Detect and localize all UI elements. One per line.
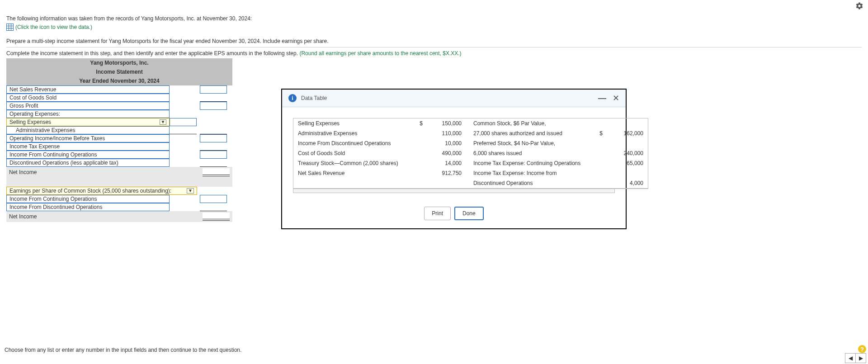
val-tax-exp[interactable] (200, 142, 227, 151)
scroll-track[interactable] (293, 189, 615, 193)
row-selling-exp[interactable]: Selling Expenses▼ (6, 118, 170, 126)
val-disc-ops[interactable] (200, 159, 227, 167)
dropdown-arrow-icon[interactable]: ▼ (187, 188, 194, 194)
val-cogs[interactable] (200, 94, 227, 102)
row-op-income[interactable]: Operating Income/Income Before Taxes (6, 134, 170, 142)
val-admin-exp-1[interactable] (170, 126, 197, 134)
row-admin-exp[interactable]: Administrative Expenses (6, 126, 170, 134)
row-eps-disc[interactable]: Income From Discontinued Operations (6, 203, 170, 211)
val-gross-profit[interactable] (200, 102, 227, 110)
row-disc-ops[interactable]: Discontinued Operations (less applicable… (6, 159, 170, 167)
row-cont-ops[interactable]: Income From Continuing Operations (6, 151, 170, 159)
row-gross-profit[interactable]: Gross Profit (6, 102, 170, 110)
val-eps-disc[interactable] (200, 203, 227, 211)
modal-title: Data Table (301, 95, 327, 101)
stmt-title-3: Year Ended November 30, 2024 (6, 76, 232, 85)
table-row: Income From Discontinued Operations10,00… (293, 138, 648, 148)
table-row: Treasury Stock—Common (2,000 shares)14,0… (293, 158, 648, 168)
view-data-link[interactable]: (Click the icon to view the data.) (6, 24, 862, 31)
table-icon (6, 24, 14, 31)
val-op-income[interactable] (200, 134, 227, 142)
val-admin-exp-2[interactable] (200, 126, 227, 134)
row-tax-exp[interactable]: Income Tax Expense (6, 142, 170, 151)
table-row: Selling Expenses$150,000Common Stock, $6… (293, 118, 648, 128)
table-row: Administrative Expenses110,00027,000 sha… (293, 128, 648, 138)
row-net-income-1: Net Income (6, 167, 170, 178)
data-table-modal: i Data Table ― ✕ Selling Expenses$150,00… (281, 89, 627, 229)
minimize-icon[interactable]: ― (598, 97, 606, 99)
stmt-title-1: Yang Motorsports, Inc. (6, 58, 232, 67)
dropdown-arrow-icon[interactable]: ▼ (160, 119, 167, 125)
row-net-income-2: Net Income (6, 211, 170, 222)
val-selling-exp-1[interactable] (170, 118, 197, 126)
row-eps-cont[interactable]: Income From Continuing Operations (6, 195, 170, 203)
intro-line-3: Complete the income statement in this st… (6, 50, 862, 57)
intro-line-2: Prepare a multi-step income statement fo… (6, 38, 862, 44)
val-net-income-1[interactable] (203, 168, 230, 176)
row-op-exp-hdr[interactable]: Operating Expenses: (6, 110, 170, 118)
view-data-text: (Click the icon to view the data.) (15, 24, 92, 30)
stmt-title-2: Income Statement (6, 67, 232, 76)
table-row: Cost of Goods Sold490,0006,000 shares is… (293, 148, 648, 158)
row-eps-hdr[interactable]: Earnings per Share of Common Stock (25,0… (6, 187, 197, 195)
row-net-sales[interactable]: Net Sales Revenue (6, 85, 170, 94)
val-eps-cont[interactable] (200, 195, 227, 203)
val-net-sales[interactable] (200, 85, 227, 94)
val-net-income-2[interactable] (203, 213, 230, 221)
income-statement-worksheet: Yang Motorsports, Inc. Income Statement … (6, 58, 232, 222)
data-table: Selling Expenses$150,000Common Stock, $6… (293, 118, 648, 189)
print-button[interactable]: Print (424, 207, 451, 220)
done-button[interactable]: Done (454, 207, 484, 220)
table-row: Net Sales Revenue912,750Income Tax Expen… (293, 168, 648, 178)
gear-icon[interactable] (855, 2, 863, 10)
info-icon: i (288, 94, 297, 102)
close-icon[interactable]: ✕ (613, 95, 619, 101)
val-cont-ops[interactable] (200, 151, 227, 159)
intro-line-1: The following information was taken from… (6, 15, 862, 22)
table-row: Discontinued Operations4,000 (293, 178, 648, 188)
row-cogs[interactable]: Cost of Goods Sold (6, 94, 170, 102)
